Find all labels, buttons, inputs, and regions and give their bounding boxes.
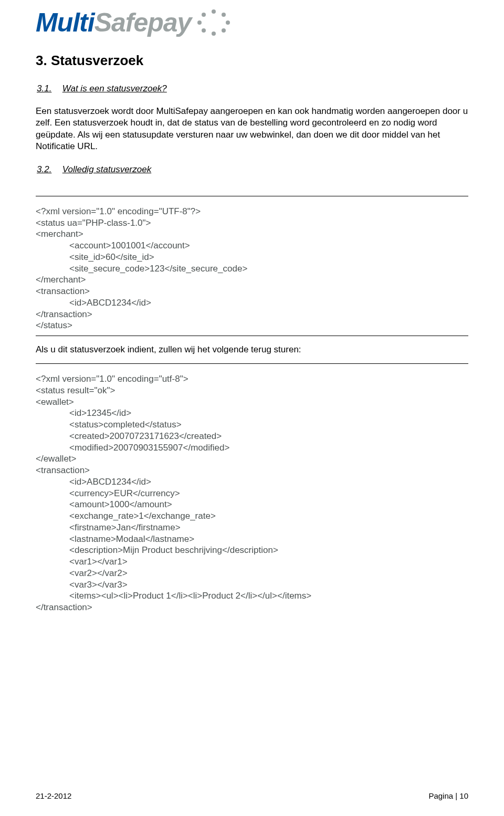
logo: MultiSafepay <box>36 7 468 38</box>
logo-safepay: Safepay <box>94 8 192 37</box>
code-line: <site_secure_code>123</site_secure_code> <box>36 263 468 275</box>
code-line: <transaction> <box>36 465 468 476</box>
code-line: <status result="ok"> <box>36 385 468 396</box>
code-line: </transaction> <box>36 309 468 320</box>
code-line: <merchant> <box>36 228 468 240</box>
divider <box>36 336 468 336</box>
page: MultiSafepay 3. Statusverzoek 3.1. Wat i… <box>0 0 504 816</box>
svg-point-5 <box>202 28 206 33</box>
code-line: </ewallet> <box>36 453 468 465</box>
sub-num: 3.1. <box>37 83 60 94</box>
svg-point-1 <box>222 13 226 17</box>
svg-point-4 <box>212 32 216 36</box>
code-line: <items><ul><li>Product 1</li><li>Product… <box>36 590 468 602</box>
heading-main: 3. Statusverzoek <box>36 53 468 69</box>
svg-point-0 <box>212 9 216 14</box>
svg-point-6 <box>197 20 202 25</box>
code-line: <id>ABCD1234</id> <box>36 476 468 488</box>
logo-dots-icon <box>196 8 231 37</box>
svg-point-7 <box>202 13 206 17</box>
footer: 21-2-2012 Pagina | 10 <box>36 791 468 800</box>
footer-page: Pagina | 10 <box>428 791 468 800</box>
code-line: <id>ABCD1234</id> <box>36 297 468 309</box>
code-line: <lastname>Modaal</lastname> <box>36 533 468 545</box>
code-line: </transaction> <box>36 602 468 613</box>
code-line: <account>1001001</account> <box>36 240 468 252</box>
footer-date: 21-2-2012 <box>36 791 71 800</box>
code-line: <description>Mijn Product beschrijving</… <box>36 545 468 556</box>
code-line: <ewallet> <box>36 396 468 408</box>
logo-multi: Multi <box>36 8 94 37</box>
code-line: <firstname>Jan</firstname> <box>36 522 468 533</box>
sub-title: Volledig statusverzoek <box>62 164 151 174</box>
sub-num: 3.2. <box>37 164 60 175</box>
xml-response-block: <?xml version="1.0" encoding="utf-8"><st… <box>36 373 468 613</box>
code-line: <var3></var3> <box>36 579 468 591</box>
divider <box>36 196 468 196</box>
code-line: </status> <box>36 320 468 331</box>
logo-text: MultiSafepay <box>36 7 191 38</box>
code-line: <site_id>60</site_id> <box>36 252 468 263</box>
code-line: </merchant> <box>36 274 468 286</box>
code-line: <transaction> <box>36 286 468 297</box>
code-line: <exchange_rate>1</exchange_rate> <box>36 510 468 522</box>
subheading-3-2: 3.2. Volledig statusverzoek <box>37 164 468 175</box>
svg-point-3 <box>222 28 226 33</box>
svg-point-2 <box>226 20 230 25</box>
subheading-3-1: 3.1. Wat is een statusverzoek? <box>37 83 468 94</box>
divider <box>36 363 468 364</box>
code-line: <currency>EUR</currency> <box>36 488 468 499</box>
code-line: <modified>20070903155907</modified> <box>36 442 468 454</box>
xml-request-block: <?xml version="1.0" encoding="UTF-8"?><s… <box>36 206 468 331</box>
paragraph-1: Een statusverzoek wordt door MultiSafepa… <box>36 106 468 153</box>
code-line: <id>12345</id> <box>36 407 468 419</box>
code-line: <created>20070723171623</created> <box>36 431 468 442</box>
code-line: <status>completed</status> <box>36 419 468 431</box>
code-line: <?xml version="1.0" encoding="utf-8"> <box>36 373 468 385</box>
code-line: <status ua="PHP-class-1.0"> <box>36 217 468 229</box>
paragraph-between: Als u dit statusverzoek indient, zullen … <box>36 344 468 355</box>
sub-title: Wat is een statusverzoek? <box>62 83 167 93</box>
code-line: <var2></var2> <box>36 568 468 579</box>
code-line: <amount>1000</amount> <box>36 499 468 510</box>
code-line: <var1></var1> <box>36 556 468 568</box>
code-line: <?xml version="1.0" encoding="UTF-8"?> <box>36 206 468 217</box>
